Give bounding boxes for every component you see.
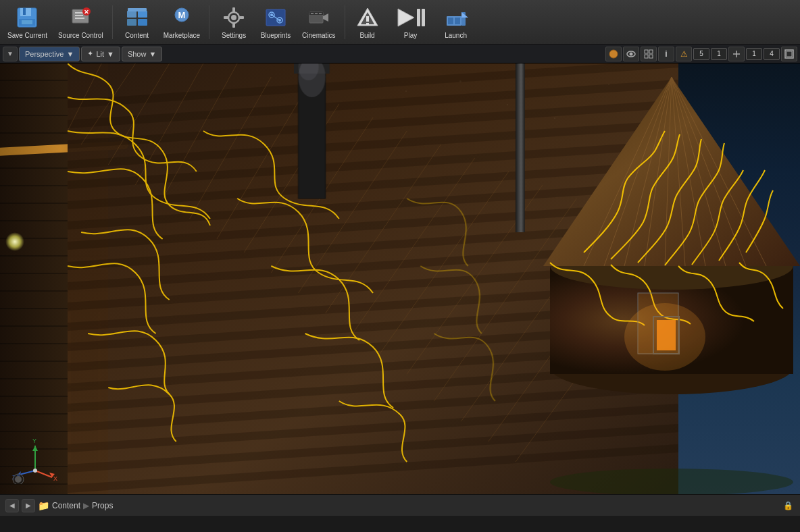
source-control-button[interactable]: ✕ Source Control: [53, 3, 108, 42]
svg-marker-40: [398, 9, 414, 26]
play-label: Play: [404, 32, 417, 39]
tool-sphere-btn[interactable]: [605, 47, 622, 61]
breadcrumb-bar: ◀ ▶ 📁 Content ▶ Props 🔒: [0, 494, 800, 516]
breadcrumb-back-button[interactable]: ◀: [5, 499, 19, 512]
svg-marker-126: [32, 446, 38, 451]
viewport-right-tools: i ⚠ 5 1 1 4: [605, 47, 797, 61]
svg-marker-35: [323, 14, 328, 22]
blueprints-button[interactable]: Blueprints: [255, 3, 296, 42]
tool-fullscreen-btn[interactable]: [781, 47, 797, 61]
viewport-container: ▼ Perspective ▼ ✦ Lit ▼ Show ▼: [0, 45, 800, 494]
svg-rect-47: [455, 18, 460, 24]
svg-rect-54: [649, 55, 653, 58]
tool-resize-btn[interactable]: [728, 47, 745, 61]
show-arrow: ▼: [149, 50, 156, 58]
small-structure-svg: [543, 63, 800, 494]
svg-rect-53: [645, 55, 648, 58]
svg-rect-42: [422, 9, 425, 26]
content-icon: [124, 5, 151, 30]
lock-icon[interactable]: 🔒: [781, 499, 795, 512]
svg-rect-20: [232, 7, 235, 12]
blueprints-icon: [262, 5, 289, 30]
svg-rect-32: [311, 13, 314, 14]
svg-rect-15: [128, 8, 147, 11]
perspective-label: Perspective: [25, 50, 64, 58]
settings-icon: [220, 5, 247, 30]
main-toolbar: Save Current ✕ Source Control: [0, 0, 800, 45]
lit-button[interactable]: ✦ Lit ▼: [81, 47, 120, 61]
folder-icon: 📁: [38, 500, 49, 511]
content-button[interactable]: Content: [117, 3, 157, 42]
tool-warning-btn[interactable]: ⚠: [676, 47, 692, 61]
breadcrumb-props-item[interactable]: Props: [92, 501, 113, 510]
coord-gizmo-svg: X Y Z: [10, 433, 61, 484]
scene-canvas[interactable]: X Y Z: [0, 63, 800, 494]
source-control-label: Source Control: [58, 32, 103, 39]
svg-point-28: [270, 14, 273, 16]
svg-rect-58: [786, 51, 792, 57]
svg-rect-38: [366, 16, 369, 22]
blueprints-label: Blueprints: [261, 32, 291, 39]
svg-rect-11: [127, 11, 136, 18]
svg-line-122: [35, 471, 52, 477]
launch-button[interactable]: Launch: [436, 3, 476, 42]
svg-point-19: [231, 15, 236, 20]
play-button[interactable]: Play: [387, 3, 434, 42]
cinematics-label: Cinematics: [302, 32, 335, 39]
cinematics-button[interactable]: Cinematics: [297, 3, 340, 42]
svg-rect-8: [75, 18, 84, 19]
save-icon: [14, 5, 41, 30]
tool-n5-btn[interactable]: 5: [693, 48, 709, 60]
cinematics-icon: [305, 5, 332, 30]
svg-rect-33: [315, 13, 318, 14]
launch-icon: [443, 5, 470, 30]
svg-rect-41: [417, 9, 420, 26]
svg-point-29: [278, 19, 281, 22]
svg-text:M: M: [178, 10, 185, 20]
svg-marker-106: [543, 77, 800, 266]
svg-rect-13: [138, 11, 147, 18]
svg-rect-4: [22, 20, 32, 24]
build-button[interactable]: Build: [349, 3, 386, 42]
tool-n1b-btn[interactable]: 1: [746, 48, 762, 60]
svg-point-121: [550, 469, 793, 494]
separator-3: [345, 5, 345, 39]
content-label: Content: [125, 32, 149, 39]
tool-n1a-btn[interactable]: 1: [711, 48, 727, 60]
show-button[interactable]: Show ▼: [122, 47, 162, 61]
breadcrumb-content-item[interactable]: 📁 Content: [38, 500, 80, 511]
save-current-button[interactable]: Save Current: [3, 3, 52, 42]
tool-n4-btn[interactable]: 4: [764, 48, 780, 60]
save-current-label: Save Current: [7, 32, 47, 39]
svg-point-50: [630, 52, 633, 55]
perspective-arrow: ▼: [66, 50, 74, 58]
svg-rect-52: [649, 50, 653, 53]
play-icon: [394, 5, 428, 30]
source-icon: ✕: [67, 5, 94, 30]
lit-arrow: ▼: [107, 50, 114, 58]
build-icon: [354, 5, 381, 30]
tool-grid-btn[interactable]: [641, 47, 657, 61]
tool-info-btn[interactable]: i: [658, 47, 674, 61]
settings-button[interactable]: Settings: [214, 3, 254, 42]
svg-rect-22: [224, 16, 228, 19]
lit-label: Lit: [96, 50, 104, 58]
settings-label: Settings: [222, 32, 246, 39]
breadcrumb-forward-button[interactable]: ▶: [22, 499, 35, 512]
svg-rect-34: [319, 13, 322, 14]
svg-rect-46: [448, 18, 453, 24]
separator-2: [209, 5, 209, 39]
svg-point-120: [624, 303, 705, 371]
breadcrumb-props-label: Props: [92, 501, 113, 510]
perspective-button[interactable]: Perspective ▼: [19, 47, 80, 61]
svg-rect-51: [645, 50, 648, 53]
small-structure: [543, 63, 800, 494]
tool-eye-btn[interactable]: [623, 47, 639, 61]
marketplace-button[interactable]: M Marketplace: [159, 3, 205, 42]
svg-text:Y: Y: [32, 437, 36, 444]
breadcrumb-separator: ▶: [83, 501, 89, 510]
marketplace-icon: M: [168, 5, 195, 30]
breadcrumb-content-label: Content: [52, 501, 80, 510]
build-label: Build: [359, 32, 374, 39]
lock-button[interactable]: ▼: [3, 47, 18, 61]
